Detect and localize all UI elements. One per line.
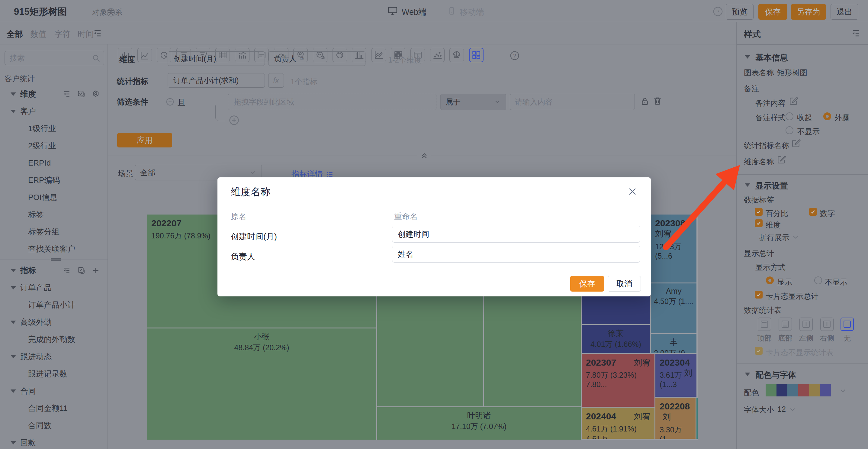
- block-teal-sliver[interactable]: [696, 398, 698, 439]
- field-2级行业[interactable]: 2级行业: [0, 137, 108, 154]
- wrap-display-label[interactable]: 折行展示: [759, 233, 789, 243]
- position-顶部[interactable]: 顶部: [757, 318, 772, 343]
- preview-button[interactable]: 预览: [726, 4, 753, 20]
- position-底部[interactable]: 底部: [778, 318, 793, 343]
- chevron-down-icon[interactable]: [839, 386, 847, 396]
- block-202404[interactable]: 202404刘宥4.61万 (1.91%) 4.61万...: [582, 408, 654, 439]
- caret-down-icon[interactable]: [10, 389, 16, 393]
- edit-icon[interactable]: [791, 139, 801, 149]
- dimension-field-1[interactable]: 创建时间(月): [167, 51, 265, 66]
- checksq-icon[interactable]: [77, 267, 85, 276]
- fx-button[interactable]: fx: [268, 73, 284, 88]
- edit-icon[interactable]: [788, 96, 798, 107]
- radio-hidden[interactable]: [785, 126, 794, 134]
- line-chart-icon[interactable]: [137, 48, 152, 62]
- tree-合同[interactable]: 合同: [0, 383, 108, 400]
- radio-show[interactable]: [766, 276, 774, 284]
- field-ERPId[interactable]: ERPId: [0, 154, 108, 172]
- save-button[interactable]: 保存: [758, 4, 787, 20]
- tab-mobile[interactable]: 移动端: [447, 6, 484, 18]
- filter-drop-zone[interactable]: 拖拽字段到此区域: [228, 94, 436, 110]
- scatter-plot-icon[interactable]: [430, 48, 444, 62]
- tree-跟进动态[interactable]: 跟进动态: [0, 348, 108, 365]
- edit-icon-dimension-name[interactable]: [776, 155, 786, 166]
- remove-condition-icon[interactable]: [165, 97, 175, 108]
- radio-exposed[interactable]: [823, 112, 831, 120]
- field-1级行业[interactable]: 1级行业: [0, 120, 108, 137]
- sidebar-tab-all[interactable]: 全部: [7, 29, 23, 39]
- field-合同金额11[interactable]: 合同金额11: [0, 400, 108, 417]
- metric-field[interactable]: 订单产品小计(求和): [167, 73, 265, 88]
- color-palette[interactable]: [766, 384, 831, 396]
- caret-icon[interactable]: [745, 372, 750, 376]
- position-无[interactable]: 无: [840, 318, 854, 343]
- modal-save-button[interactable]: 保存: [570, 276, 604, 292]
- help-icon-right[interactable]: ?: [713, 6, 723, 18]
- indent-icon[interactable]: [63, 267, 71, 276]
- position-右侧[interactable]: 右侧: [820, 318, 834, 343]
- sidebar-tab-string[interactable]: 字符: [54, 29, 71, 39]
- trash-icon[interactable]: [652, 96, 663, 107]
- caret-down-icon[interactable]: [10, 441, 16, 445]
- collapse-panel-icon[interactable]: [417, 151, 431, 161]
- block-202208[interactable]: 202208刘3.30万 (1...: [655, 398, 695, 439]
- chart-name-value[interactable]: 矩形树图: [777, 68, 807, 78]
- position-左侧[interactable]: 左侧: [799, 318, 813, 343]
- field-标签[interactable]: 标签: [0, 206, 108, 223]
- caret-down-icon[interactable]: [10, 92, 16, 96]
- block-feng[interactable]: 丰2.00万 (0....: [651, 334, 696, 353]
- field-完成的外勤数[interactable]: 完成的外勤数: [0, 331, 108, 348]
- section-display-settings[interactable]: 显示设置: [755, 180, 788, 191]
- panel-resize-handle[interactable]: [0, 258, 108, 262]
- multi-line-chart-icon[interactable]: [371, 48, 386, 62]
- modal-cancel-button[interactable]: 取消: [608, 276, 641, 292]
- tree-客户[interactable]: 客户: [0, 103, 108, 120]
- checkbox-number[interactable]: [809, 208, 817, 216]
- caret-down-icon[interactable]: [10, 110, 16, 113]
- section-color-font[interactable]: 配色与字体: [755, 369, 796, 381]
- collapse-style-icon[interactable]: [851, 29, 861, 39]
- chevron-down-icon[interactable]: [792, 233, 800, 242]
- checkbox-percent[interactable]: [755, 208, 763, 216]
- field-合同数[interactable]: 合同数: [0, 417, 108, 434]
- save-as-button[interactable]: 另存为: [791, 4, 826, 20]
- plus-icon[interactable]: [92, 267, 100, 276]
- sidebar-tab-time[interactable]: 时间: [78, 29, 94, 39]
- close-icon[interactable]: [627, 186, 638, 198]
- section-basic-info[interactable]: 基本信息: [755, 52, 788, 63]
- search-input[interactable]: [4, 51, 104, 65]
- help-icon[interactable]: ?: [106, 8, 115, 18]
- filter-value-input[interactable]: [510, 94, 635, 110]
- dimension-field-2[interactable]: 负责人: [268, 51, 366, 66]
- exit-button[interactable]: 退出: [831, 4, 858, 20]
- checksq-icon[interactable]: [77, 90, 85, 100]
- radio-collapse[interactable]: [785, 112, 794, 120]
- lock-icon[interactable]: [640, 96, 650, 108]
- row1-rename-input[interactable]: [392, 226, 640, 243]
- font-size-value[interactable]: 12: [777, 405, 786, 414]
- tab-web[interactable]: Web端: [387, 6, 427, 18]
- block-202307[interactable]: 202307刘宥7.80万 (3.23%) 7.80...: [582, 354, 654, 407]
- field-查找关联客户[interactable]: 查找关联客户: [0, 241, 108, 258]
- sidebar-tab-numeric[interactable]: 数值: [30, 29, 46, 39]
- field-跟进记录数[interactable]: 跟进记录数: [0, 365, 108, 383]
- checkbox-dimension[interactable]: [755, 219, 763, 227]
- collapse-fields-icon[interactable]: [93, 29, 102, 39]
- radio-noshow[interactable]: [814, 276, 822, 284]
- tree-高级外勤[interactable]: 高级外勤: [0, 313, 108, 331]
- radar-chart-icon[interactable]: [450, 48, 464, 62]
- chevron-down-icon[interactable]: [788, 406, 797, 415]
- caret-down-icon[interactable]: [10, 321, 16, 324]
- block-202304[interactable]: 202304刘3.61万 (1...3: [655, 354, 696, 397]
- block-xulai[interactable]: 徐莱4.01万 (1.66%): [582, 325, 650, 353]
- block-amy[interactable]: Amy4.50万 (1....: [651, 283, 696, 333]
- gear-icon[interactable]: [92, 90, 100, 100]
- block-202308[interactable]: 202308刘宥12.73万 (5...6: [651, 214, 696, 282]
- field-标签分组[interactable]: 标签分组: [0, 223, 108, 241]
- tree-指标[interactable]: 指标: [0, 262, 108, 279]
- tree-回款[interactable]: 回款: [0, 434, 108, 449]
- block-xiaozhang[interactable]: 小张48.84万 (20.2%): [147, 328, 376, 440]
- checkbox-card-total[interactable]: [755, 291, 763, 299]
- tree-维度[interactable]: 维度: [0, 86, 108, 103]
- block-yemingzhu[interactable]: 叶明诸17.10万 (7.07%): [377, 407, 581, 440]
